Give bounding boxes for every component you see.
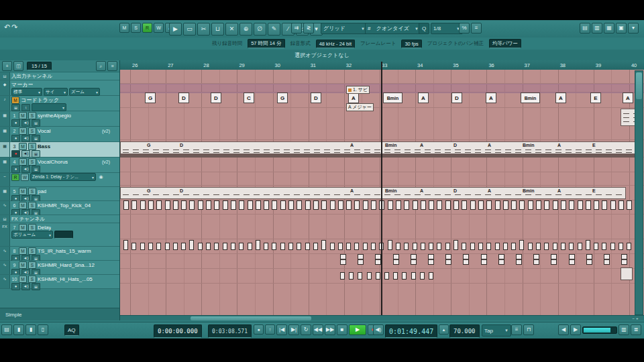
drum-hit-event[interactable]: [495, 243, 500, 250]
hihat-drum-lane[interactable]: [120, 268, 635, 280]
drum-hit-event[interactable]: [619, 243, 623, 250]
chord-event-a[interactable]: A: [555, 93, 566, 103]
drum-hit-event[interactable]: [627, 243, 631, 250]
drum-hit-event[interactable]: [404, 243, 409, 250]
drum-hit-event[interactable]: [594, 200, 599, 210]
drum-hit-event[interactable]: [463, 254, 469, 265]
drum-hit-event[interactable]: [627, 200, 632, 210]
prev-marker-icon[interactable]: ◀: [558, 324, 569, 335]
drum-hit-event[interactable]: [411, 254, 417, 265]
drum-hit-event[interactable]: [264, 200, 269, 210]
drum-hit-event[interactable]: [544, 243, 549, 250]
iterative-quantize-badge[interactable]: Q: [419, 23, 429, 34]
drum-hit-event[interactable]: [189, 240, 194, 250]
drum-hit-event[interactable]: [340, 254, 346, 265]
fx-parameter-value[interactable]: [54, 231, 73, 239]
tempo-display[interactable]: 70.000: [449, 324, 480, 338]
setup-icon[interactable]: ≡: [471, 23, 482, 34]
vertical-scroll-thumb[interactable]: [636, 72, 642, 99]
drum-hit-event[interactable]: [478, 243, 483, 250]
track-row-vocal[interactable]: ▦2MSVocal(v2)●◄)⊞: [0, 127, 119, 142]
hats-drum-lane[interactable]: [120, 240, 635, 251]
lower-zone-tab[interactable]: Simple: [0, 308, 120, 320]
track-row-kshmr-top-kick-04[interactable]: ∿6MSKSHMR_Top_Kick_04●◄)⊞: [0, 201, 119, 215]
monitor-button[interactable]: ◄): [21, 166, 30, 173]
drum-hit-event[interactable]: [248, 243, 252, 250]
snap-icon[interactable]: ≷: [303, 23, 314, 34]
drum-hit-event[interactable]: [340, 272, 345, 280]
drum-hit-event[interactable]: [367, 272, 372, 280]
chord-event-d[interactable]: D: [451, 93, 462, 103]
chord-event-bmin[interactable]: Bmin: [521, 93, 540, 103]
solo-button[interactable]: S: [28, 276, 36, 283]
solo-button[interactable]: S: [28, 224, 36, 231]
drum-hit-event[interactable]: [553, 243, 557, 250]
track-row-vocalchorus[interactable]: ▦4MSVocalChorus(v2)●◄)⊞: [0, 158, 119, 173]
marker-dropdown-1[interactable]: サイ▾: [44, 88, 68, 96]
drum-hit-event[interactable]: [131, 200, 137, 210]
drum-hit-event[interactable]: [445, 200, 451, 210]
drum-hit-event[interactable]: [140, 200, 146, 210]
drum-hit-event[interactable]: [421, 243, 425, 250]
track-row-[interactable]: ◆マーカー標準▾サイ▾ズーム▾: [0, 80, 119, 96]
drum-hit-event[interactable]: [346, 200, 352, 210]
drum-hit-event[interactable]: [206, 200, 211, 210]
event-display[interactable]: 262728293031323334353637383940 1. サビ GDD…: [120, 60, 644, 320]
drum-hit-event[interactable]: [470, 243, 475, 250]
drum-hit-event[interactable]: [256, 240, 260, 250]
drum-hit-event[interactable]: [516, 254, 522, 265]
drum-hit-event[interactable]: [223, 243, 227, 250]
horizontal-scrollbar[interactable]: [120, 315, 627, 320]
global-m-button[interactable]: M: [119, 23, 129, 33]
meter-icon[interactable]: ≣: [631, 324, 641, 335]
drum-hit-event[interactable]: [429, 272, 433, 280]
marker-event[interactable]: 1. サビ: [346, 86, 370, 94]
drum-hit-event[interactable]: [486, 243, 491, 250]
virtual-keyboard-icon[interactable]: ▤: [1, 324, 12, 335]
mute-button[interactable]: M: [19, 261, 27, 269]
solo-button[interactable]: S: [28, 143, 36, 150]
read-automation-button[interactable]: R: [11, 174, 19, 181]
track-row-zenda-1-delay[interactable]: ~RWZenda 1: Delay - テン...▾◉: [0, 173, 119, 187]
drum-hit-event[interactable]: [239, 243, 244, 250]
zoom-out-icon[interactable]: −: [632, 316, 635, 320]
play-button[interactable]: ▶: [349, 324, 366, 335]
drum-hit-event[interactable]: [511, 243, 516, 250]
drum-hit-event[interactable]: [495, 200, 500, 210]
zoom-tool-icon[interactable]: ⊕: [239, 23, 252, 36]
open-editor-button[interactable]: ⊞: [32, 119, 40, 127]
mute-button[interactable]: M: [11, 97, 19, 104]
drum-hit-event[interactable]: [231, 200, 236, 210]
cycle-button[interactable]: ↻: [301, 324, 311, 335]
drum-hit-event[interactable]: [578, 243, 582, 250]
drum-hit-event[interactable]: [280, 200, 286, 210]
drum-hit-event[interactable]: [288, 243, 293, 250]
drum-hit-event[interactable]: [198, 200, 203, 210]
marker-dropdown-0[interactable]: 標準▾: [11, 88, 42, 96]
audio-region-strip[interactable]: [120, 154, 638, 158]
glue-tool-icon[interactable]: ⊔: [211, 23, 224, 36]
quantize-value-dropdown[interactable]: 1/8▼: [431, 23, 463, 34]
scale-event[interactable]: A メジャー: [346, 103, 374, 111]
mute-button[interactable]: M: [19, 224, 27, 231]
mute-button[interactable]: M: [19, 247, 27, 255]
record-arm-button[interactable]: ●: [11, 150, 20, 158]
pan-law-value[interactable]: 均等パワー: [489, 39, 521, 48]
drum-hit-event[interactable]: [604, 254, 610, 265]
drum-hit-event[interactable]: [621, 254, 627, 265]
chord-event-a[interactable]: A: [486, 93, 496, 103]
drum-hit-event[interactable]: [586, 254, 592, 265]
track-row-pad[interactable]: ▦5MSpad●◄)⊞: [0, 187, 119, 201]
open-editor-button[interactable]: ⊞: [32, 283, 40, 290]
drum-hit-event[interactable]: [486, 200, 492, 210]
drum-hit-event[interactable]: [123, 200, 129, 210]
drum-hit-event[interactable]: [384, 272, 389, 280]
drum-hit-event[interactable]: [594, 243, 598, 250]
record-format-value[interactable]: 48 kHz - 24 bit: [316, 40, 355, 48]
drum-hit-event[interactable]: [578, 200, 583, 210]
drum-hit-event[interactable]: [313, 200, 319, 210]
drum-hit-event[interactable]: [239, 200, 244, 210]
drum-hit-event[interactable]: [148, 243, 153, 250]
monitor-button[interactable]: ◄): [21, 119, 30, 127]
project-cursor[interactable]: [381, 62, 382, 315]
